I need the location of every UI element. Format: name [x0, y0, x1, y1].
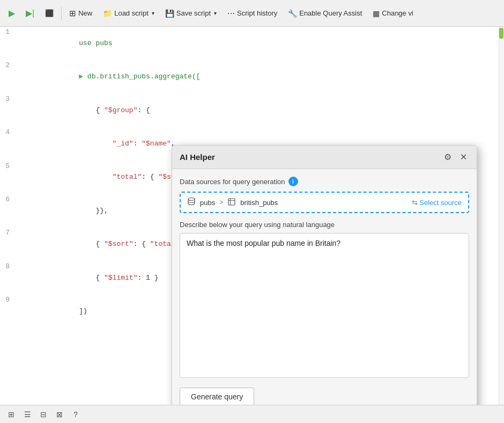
query-assist-icon: 🔧	[288, 9, 297, 18]
bottom-btn-2[interactable]: ☰	[20, 407, 34, 421]
source-collection-name: british_pubs	[240, 199, 278, 207]
generate-query-label: Generate query	[191, 392, 243, 401]
svg-rect-1	[228, 199, 235, 205]
help-button[interactable]: ?	[69, 407, 83, 421]
stop-icon: ⬛	[45, 9, 54, 17]
line-number: 1	[0, 27, 16, 60]
list-icon: ☰	[24, 410, 31, 419]
close-icon: ✕	[460, 152, 467, 162]
change-view-label: Change vi	[382, 9, 413, 17]
data-sources-label: Data sources for query generation i	[180, 177, 469, 186]
describe-label: Describe below your query using natural …	[180, 221, 469, 229]
separator-1	[61, 7, 62, 20]
new-icon: ⊞	[69, 9, 76, 18]
info-badge: i	[288, 177, 298, 186]
minus-box-icon: ⊟	[40, 410, 47, 419]
select-source-button[interactable]: ⇆ Select source	[412, 199, 462, 207]
line-number: 9	[0, 295, 16, 328]
save-script-label: Save script	[176, 9, 211, 17]
settings-button[interactable]: ⚙	[442, 151, 454, 163]
ai-helper-panel: AI Helper ⚙ ✕ Data sources for query gen…	[172, 145, 477, 405]
script-history-icon: ⋯	[227, 9, 235, 18]
collection-icon	[227, 198, 236, 208]
help-icon: ?	[73, 410, 78, 419]
play-next-button[interactable]: ▶|	[21, 6, 39, 20]
new-label: New	[78, 9, 92, 17]
line-code: ▶ db.british_pubs.aggregate([	[16, 60, 499, 93]
main-toolbar: ▶ ▶| ⬛ ⊞ New 📁 Load script 💾 Save script…	[0, 0, 504, 27]
change-view-button[interactable]: ▦ Change vi	[368, 7, 418, 20]
script-history-button[interactable]: ⋯ Script history	[223, 7, 281, 20]
bottom-toolbar: ⊞ ☰ ⊟ ⊠ ?	[0, 405, 504, 423]
script-history-label: Script history	[237, 9, 277, 17]
editor-scrollbar[interactable]	[499, 27, 504, 405]
query-textarea[interactable]: What is the most popular pub name in Bri…	[180, 233, 469, 378]
gear-icon: ⚙	[444, 152, 451, 162]
editor-area: 1 use pubs 2 ▶ db.british_pubs.aggregate…	[0, 27, 504, 405]
load-script-label: Load script	[114, 9, 149, 17]
panel-title: AI Helper	[180, 152, 215, 162]
new-button[interactable]: ⊞ New	[65, 6, 97, 20]
play-button[interactable]: ▶	[4, 6, 19, 20]
database-icon	[187, 197, 196, 208]
line-number: 6	[0, 194, 16, 228]
line-code: { "$group": {	[16, 94, 499, 127]
panel-header: AI Helper ⚙ ✕	[172, 145, 477, 169]
line-number: 7	[0, 228, 16, 261]
table-row: 3 { "$group": {	[0, 94, 499, 127]
source-db-name: pubs	[200, 199, 215, 207]
scrollbar-thumb	[499, 28, 503, 39]
play-next-icon: ▶|	[26, 8, 34, 18]
grid-icon: ⊞	[8, 410, 14, 419]
panel-body: Data sources for query generation i pubs…	[172, 169, 477, 405]
source-arrow: >	[219, 199, 223, 206]
bottom-btn-1[interactable]: ⊞	[4, 407, 18, 421]
load-script-icon: 📁	[103, 9, 112, 18]
table-row: 1 use pubs	[0, 27, 499, 60]
load-script-button[interactable]: 📁 Load script	[99, 7, 159, 20]
line-number: 4	[0, 127, 16, 161]
line-number: 2	[0, 60, 16, 93]
line-code: use pubs	[16, 27, 499, 60]
generate-query-button[interactable]: Generate query	[180, 388, 254, 405]
source-selector[interactable]: pubs > british_pubs ⇆ Select source	[180, 192, 469, 213]
close-button[interactable]: ✕	[458, 151, 469, 163]
line-number: 8	[0, 261, 16, 295]
enable-query-assist-label: Enable Query Assist	[299, 9, 362, 17]
x-box-icon: ⊠	[56, 410, 63, 419]
play-icon: ▶	[9, 8, 15, 18]
save-script-button[interactable]: 💾 Save script	[161, 7, 221, 20]
line-number: 5	[0, 161, 16, 194]
select-source-label: ⇆ Select source	[412, 199, 462, 207]
data-sources-text: Data sources for query generation	[180, 178, 285, 186]
line-number: 3	[0, 94, 16, 127]
bottom-btn-3[interactable]: ⊟	[36, 407, 50, 421]
enable-query-assist-button[interactable]: 🔧 Enable Query Assist	[284, 7, 366, 20]
svg-point-0	[188, 198, 195, 201]
main-content: 1 use pubs 2 ▶ db.british_pubs.aggregate…	[0, 27, 504, 423]
stop-button[interactable]: ⬛	[41, 7, 58, 19]
panel-header-actions: ⚙ ✕	[442, 151, 469, 163]
bottom-btn-4[interactable]: ⊠	[53, 407, 66, 421]
table-row: 2 ▶ db.british_pubs.aggregate([	[0, 60, 499, 93]
save-script-icon: 💾	[165, 9, 174, 18]
change-view-icon: ▦	[373, 9, 380, 18]
